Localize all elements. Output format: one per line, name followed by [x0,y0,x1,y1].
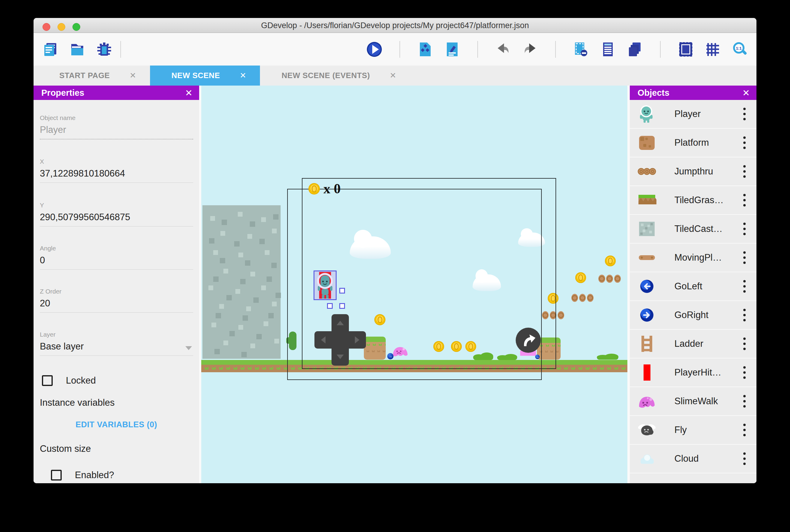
bush-instance[interactable] [597,354,619,360]
scene-graph-icon[interactable] [416,40,434,58]
toolbar-divider [121,41,121,58]
object-menu-kebab-icon[interactable] [738,424,751,436]
object-item-label: PlayerHit… [675,367,738,378]
tiled-castle-instance[interactable] [202,205,281,359]
object-menu-kebab-icon[interactable] [738,280,751,292]
object-item-slimewalk[interactable]: SlimeWalk [630,387,756,415]
coin-instance[interactable] [605,255,616,266]
toolbar-divider [400,41,400,58]
layer-select[interactable]: Base layer [40,341,193,356]
angle-input[interactable]: 0 [40,255,193,270]
zoom-1-1-icon[interactable]: 1:1 [731,40,749,58]
objects-panel-header: Objects ✕ [630,86,756,100]
object-name-value[interactable]: Player [40,125,193,139]
locked-label: Locked [66,375,96,386]
jumpthru-instance[interactable] [571,294,593,302]
objects-panel-title: Objects [638,88,669,98]
object-menu-kebab-icon[interactable] [738,165,751,178]
toolbar-right-group: 1:1 [365,40,749,58]
objects-panel: Objects ✕ PlayerPlatformJumpthruTiledGra… [630,86,756,483]
x-input[interactable]: 37,12289810180664 [40,168,193,183]
cloud-icon [637,449,657,468]
play-icon[interactable] [365,40,383,58]
object-menu-kebab-icon[interactable] [738,194,751,207]
tab-start-page[interactable]: START PAGE✕ [38,65,150,86]
tab-new-scene-events[interactable]: NEW SCENE (EVENTS)✕ [260,65,410,86]
close-icon[interactable]: ✕ [185,88,192,98]
object-item-platform[interactable]: Platform [630,129,756,157]
grid-icon[interactable] [704,40,722,58]
custom-size-heading: Custom size [40,443,91,454]
layers-icon[interactable] [626,40,644,58]
object-menu-kebab-icon[interactable] [738,395,751,407]
edit-scene-icon[interactable] [443,40,461,58]
coin-counter-text[interactable]: x 0 [324,182,365,197]
player-icon [637,104,657,124]
object-item-cloud[interactable]: Cloud [630,444,756,473]
close-icon[interactable]: ✕ [742,88,750,98]
player-instance-selected[interactable] [314,270,336,300]
object-item-label: MovingPl… [675,252,738,263]
object-menu-kebab-icon[interactable] [738,338,751,350]
debug-icon[interactable] [95,40,113,58]
object-menu-kebab-icon[interactable] [738,452,751,465]
object-menu-kebab-icon[interactable] [738,366,751,379]
object-item-fly[interactable]: Fly [630,416,756,444]
y-input[interactable]: 290,50799560546875 [40,212,193,227]
tab-new-scene[interactable]: NEW SCENE✕ [150,65,260,86]
instances-list-icon[interactable] [599,40,617,58]
layer-label: Layer [40,331,193,338]
tab-close-icon[interactable]: ✕ [130,71,136,80]
resize-handle[interactable] [339,303,345,309]
jumpthru-instance[interactable] [598,275,621,283]
tab-bar: START PAGE✕NEW SCENE✕NEW SCENE (EVENTS)✕ [34,65,756,86]
object-item-movingpl[interactable]: MovingPl… [630,244,756,272]
object-menu-kebab-icon[interactable] [738,309,751,321]
z-order-input[interactable]: 20 [40,298,193,313]
open-folder-icon[interactable] [68,40,86,58]
object-item-player[interactable]: Player [630,100,756,128]
field-angle: Angle 0 [40,245,193,270]
locked-checkbox[interactable] [42,375,53,386]
goleft-icon [637,277,657,296]
custom-size-enabled-checkbox[interactable] [51,470,62,480]
coin-instance[interactable] [575,272,586,283]
object-item-partial [630,473,756,483]
object-item-label: GoLeft [675,281,738,292]
toolbar-divider [555,41,556,58]
object-menu-kebab-icon[interactable] [738,136,751,149]
scene-canvas[interactable]: x 0 [201,86,627,483]
fly-icon [637,420,657,439]
object-list: PlayerPlatformJumpthruTiledGras…TiledCas… [630,100,756,483]
object-item-goright[interactable]: GoRight [630,301,756,329]
properties-panel: Properties ✕ Object name Player X 37,122… [34,86,199,483]
redo-icon[interactable] [521,40,539,58]
object-item-ladder[interactable]: Ladder [630,330,756,358]
object-menu-kebab-icon[interactable] [738,251,751,264]
instances-mask-icon[interactable] [572,40,590,58]
enabled-row: Enabled? [51,470,114,480]
object-menu-kebab-icon[interactable] [738,223,751,235]
object-item-tiledcast[interactable]: TiledCast… [630,215,756,243]
coin-counter-icon[interactable] [309,183,320,194]
object-item-jumpthru[interactable]: Jumpthru [630,157,756,186]
object-item-goleft[interactable]: GoLeft [630,272,756,300]
resize-handle[interactable] [339,288,345,293]
tab-close-icon[interactable]: ✕ [240,71,246,80]
window-mask-icon[interactable] [677,40,695,58]
goright-icon [637,305,657,325]
resize-handle[interactable] [327,303,333,309]
object-item-playerhit[interactable]: PlayerHit… [630,359,756,386]
chevron-down-icon [185,346,192,350]
object-item-tiledgras[interactable]: TiledGras… [630,186,756,214]
new-file-icon[interactable] [41,40,59,58]
tab-close-icon[interactable]: ✕ [390,71,396,80]
object-menu-kebab-icon[interactable] [738,108,751,120]
instance-variables-heading: Instance variables [40,397,115,408]
undo-icon[interactable] [494,40,512,58]
edit-variables-button[interactable]: EDIT VARIABLES (0) [34,420,199,430]
layer-select-value: Base layer [40,341,84,352]
toolbar-divider [477,41,478,58]
object-item-label: TiledGras… [675,195,738,206]
object-item-label: SlimeWalk [675,396,738,406]
